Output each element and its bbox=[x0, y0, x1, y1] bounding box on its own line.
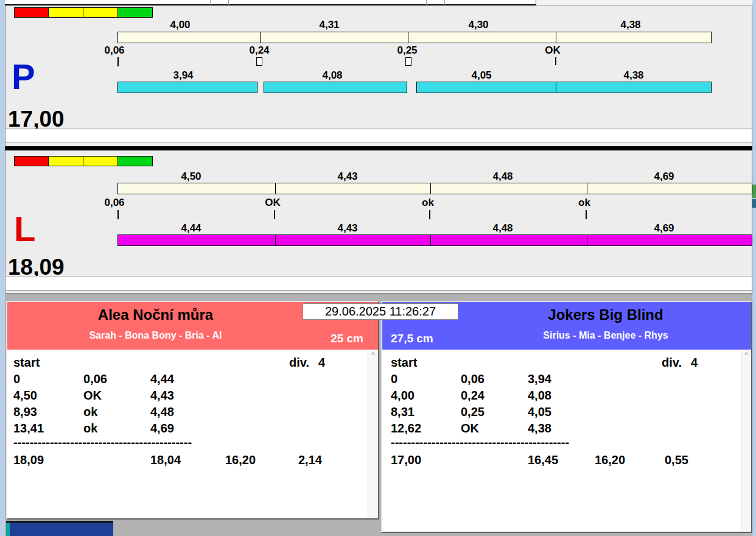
lane-total-time: 18,09 bbox=[8, 256, 65, 278]
dog-time: 4,38 bbox=[600, 69, 667, 82]
pass-tick bbox=[555, 57, 556, 65]
division-label: div. bbox=[289, 356, 309, 370]
dog-time-bar bbox=[264, 82, 407, 93]
start-tick bbox=[117, 57, 119, 66]
row-pass: ok bbox=[83, 405, 97, 419]
bar-divider bbox=[430, 183, 431, 194]
background-window-fragment[interactable] bbox=[6, 521, 113, 536]
traffic-light-yellow-icon bbox=[49, 156, 83, 166]
traffic-light-red-icon bbox=[14, 7, 49, 18]
traffic-light-green-icon bbox=[118, 156, 153, 166]
toolbar-strip bbox=[5, 0, 536, 5]
toolbar-divider bbox=[426, 0, 427, 5]
segment-time: 4,00 bbox=[147, 19, 214, 31]
bar-divider bbox=[430, 234, 431, 246]
lane-panel-p: 4,00 4,31 4,30 4,38 0,06 0,24 0,25 OK 3,… bbox=[5, 5, 752, 146]
jump-height: 25 cm bbox=[331, 332, 363, 345]
start-label: start bbox=[13, 356, 40, 370]
cumulative-time-bar bbox=[117, 183, 752, 194]
table-scrollbar[interactable]: ^ bbox=[368, 351, 378, 518]
row-cumulative: 0 bbox=[391, 372, 397, 386]
diff-time: 2,14 bbox=[298, 453, 322, 467]
pass-mark: 0,06 bbox=[81, 44, 148, 57]
row-cumulative: 13,41 bbox=[13, 421, 44, 436]
pass-tick bbox=[274, 210, 275, 219]
row-pass: 0,24 bbox=[461, 389, 485, 403]
row-time: 4,48 bbox=[150, 405, 174, 419]
pass-tick bbox=[429, 210, 430, 219]
total-time: 17,00 bbox=[391, 453, 421, 467]
lane-footer-strip bbox=[5, 129, 752, 143]
cumulative-time-bar bbox=[117, 32, 712, 43]
app-window: 4,00 4,31 4,30 4,38 0,06 0,24 0,25 OK 3,… bbox=[0, 0, 756, 536]
pass-tick bbox=[586, 210, 587, 219]
pass-mark: ok bbox=[394, 197, 461, 209]
division-value: 4 bbox=[691, 356, 698, 370]
bar-divider bbox=[275, 183, 276, 194]
row-cumulative: 12,62 bbox=[391, 421, 421, 436]
segment-time: 4,38 bbox=[597, 19, 664, 31]
row-pass: OK bbox=[83, 389, 102, 403]
start-tick bbox=[117, 210, 119, 219]
lane-letter: L bbox=[14, 211, 35, 247]
pass-mark: 0,24 bbox=[226, 44, 293, 57]
traffic-light-red-icon bbox=[14, 156, 49, 166]
row-time: 4,08 bbox=[528, 389, 551, 403]
background-window-accent bbox=[6, 523, 10, 536]
dog-time: 4,44 bbox=[158, 222, 225, 234]
toolbar-divider bbox=[444, 0, 445, 5]
traffic-light-yellow-icon bbox=[49, 7, 83, 18]
toolbar-divider bbox=[228, 0, 229, 5]
segment-time: 4,31 bbox=[296, 19, 363, 31]
jump-height: 27,5 cm bbox=[391, 332, 433, 345]
traffic-light-yellow-icon bbox=[83, 7, 118, 18]
division-value: 4 bbox=[318, 356, 325, 370]
dog-time: 3,94 bbox=[150, 69, 217, 82]
team-name: Jokers Big Blind bbox=[459, 306, 752, 323]
segment-time: 4,43 bbox=[314, 171, 381, 183]
row-time: 4,43 bbox=[150, 389, 174, 403]
traffic-light-green-icon bbox=[118, 7, 153, 18]
desktop-fragment bbox=[752, 185, 756, 198]
dog-time: 4,69 bbox=[631, 222, 698, 234]
team-members: Sirius - Mia - Benjee - Rhys bbox=[459, 330, 752, 341]
row-pass: OK bbox=[461, 421, 479, 436]
team-results-section: 29.06.2025 11:26:27 Alea Noční můra Sara… bbox=[5, 293, 752, 536]
dog-time-bar bbox=[556, 82, 712, 93]
row-pass: 0,25 bbox=[461, 405, 485, 419]
pass-indicator-box bbox=[256, 57, 262, 66]
dog-time-bar bbox=[117, 82, 257, 93]
row-pass: 0,06 bbox=[83, 372, 107, 386]
traffic-light-strip bbox=[14, 7, 153, 18]
division-label: div. bbox=[662, 356, 682, 370]
reference-time: 16,20 bbox=[595, 453, 625, 467]
total-time: 18,09 bbox=[13, 453, 44, 467]
race-timestamp: 29.06.2025 11:26:27 bbox=[303, 303, 458, 320]
separator-line: ----------------------------------------… bbox=[391, 436, 569, 450]
bar-divider bbox=[260, 32, 261, 43]
row-cumulative: 4,50 bbox=[13, 389, 37, 403]
row-cumulative: 0 bbox=[13, 372, 20, 386]
segment-time: 4,30 bbox=[445, 19, 512, 31]
scroll-up-arrow-icon[interactable]: ^ bbox=[371, 350, 375, 359]
row-time: 4,38 bbox=[528, 421, 551, 436]
team-panel-left: Alea Noční můra Sarah - Bona Bony - Bria… bbox=[6, 301, 379, 520]
row-time: 4,69 bbox=[150, 421, 174, 436]
bar-divider bbox=[556, 32, 556, 43]
dog-time-bar bbox=[117, 234, 752, 246]
dog-time: 4,05 bbox=[448, 69, 515, 82]
traffic-light-yellow-icon bbox=[83, 156, 118, 166]
diff-time: 0,55 bbox=[665, 453, 688, 467]
row-pass: 0,06 bbox=[461, 372, 485, 386]
table-scrollbar[interactable]: ^ bbox=[741, 351, 751, 532]
bar-divider bbox=[587, 183, 587, 194]
pass-mark: OK bbox=[519, 44, 586, 57]
team-panel-right: Jokers Big Blind Sirius - Mia - Benjee -… bbox=[381, 301, 752, 533]
pass-indicator-box bbox=[405, 57, 411, 66]
scroll-up-arrow-icon[interactable]: ^ bbox=[744, 350, 748, 359]
separator-line: ----------------------------------------… bbox=[13, 436, 192, 450]
row-cumulative: 8,31 bbox=[391, 405, 415, 419]
bar-divider bbox=[275, 234, 276, 246]
pass-mark: 0,06 bbox=[81, 197, 148, 209]
team-name: Alea Noční můra bbox=[7, 306, 304, 323]
